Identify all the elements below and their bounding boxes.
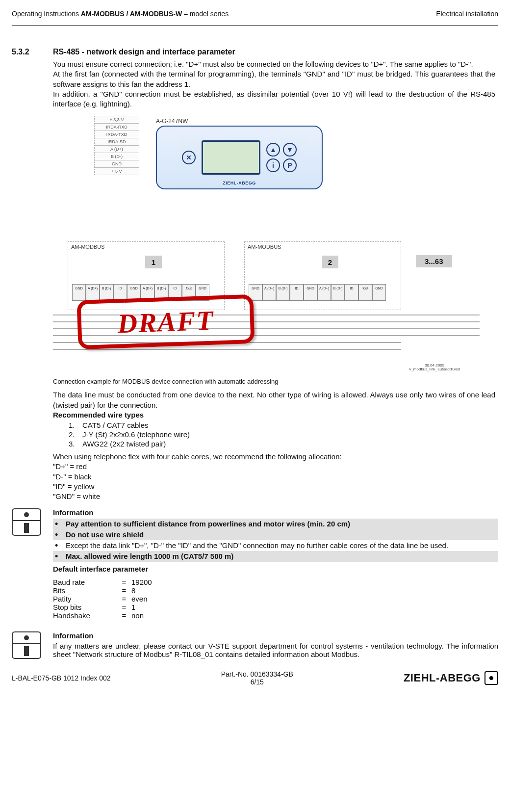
alloc-line: "ID" = yellow <box>53 482 495 492</box>
page-header: Operating Instructions AM-MODBUS / AM-MO… <box>12 10 498 18</box>
wiring-text: The data line must be conducted from one… <box>53 390 495 420</box>
allocation-intro: When using telephone flex with four cabl… <box>53 452 495 462</box>
section-title: RS-485 - network design and interface pa… <box>53 48 235 56</box>
terminal-row: GND <box>95 160 139 168</box>
info-bullet: •Max. allowed wire length 1000 m (CAT5/7… <box>53 551 498 562</box>
footer-left: L-BAL-E075-GB 1012 Index 002 <box>12 674 111 682</box>
intro-p1: You must ensure correct connection; i.e.… <box>53 59 495 69</box>
info-bullets: •Pay attention to sufficient distance fr… <box>53 519 498 562</box>
header-rule <box>12 26 498 26</box>
alloc-line: "D-" = black <box>53 472 495 482</box>
recommended-wire-heading: Recommended wire types <box>53 410 495 420</box>
header-right: Electrical installation <box>436 10 498 18</box>
header-left: Operating Instructions AM-MODBUS / AM-MO… <box>12 10 229 18</box>
brand-logo-icon <box>484 671 498 685</box>
programmer-terminal-block: + 3,3 V IRDA-RXD IRDA-TXD IRDA-SD A (D+)… <box>94 116 139 175</box>
modbus-title: AM-MODBUS <box>68 242 224 252</box>
figure-caption: Connection example for MODBUS device con… <box>53 378 498 385</box>
device-brand: ZIEHL-ABEGG <box>157 181 322 185</box>
allocation-text: When using telephone flex with four cabl… <box>53 452 495 501</box>
section-heading: 5.3.2 RS-485 - network design and interf… <box>12 48 498 56</box>
figure-model-label: A-G-247NW <box>156 118 188 125</box>
address-range-badge: 3...63 <box>416 255 452 267</box>
page-footer: L-BAL-E075-GB 1012 Index 002 Part.-No. 0… <box>0 668 510 692</box>
device-key-prog: P <box>283 158 297 172</box>
terminal-row: + 5 V <box>95 168 139 175</box>
footer-brand: ZIEHL-ABEGG <box>404 671 498 685</box>
list-item: 3.AWG22 (2x2 twisted pair) <box>69 440 498 448</box>
wire-type-list: 1.CAT5 / CAT7 cables 2.J-Y (St) 2x2x0.6 … <box>69 421 498 448</box>
info-box-1: Information •Pay attention to sufficient… <box>12 508 498 620</box>
device-key-up: ▲ <box>266 143 280 157</box>
address-badge-1: 1 <box>145 256 162 268</box>
intro-p2: At the first fan (connected with the ter… <box>53 69 495 89</box>
terminal-row: IRDA-RXD <box>95 124 139 131</box>
modbus-module-2: AM-MODBUS 2 GND A (D+) B (D-) ID GND A (… <box>244 241 401 310</box>
handheld-device: ✕ ▲ ▼ i P ZIEHL-ABEGG <box>156 126 323 189</box>
list-item: 1.CAT5 / CAT7 cables <box>69 421 498 429</box>
intro-text: You must ensure correct connection; i.e.… <box>53 59 495 109</box>
header-left-model: AM-MODBUS / AM-MODBUS-W <box>81 10 182 18</box>
figure-metadata: 30.04.2009 v_modbus_link_autoaddr.vsd <box>409 364 460 372</box>
section-number: 5.3.2 <box>12 48 53 56</box>
header-left-suffix: – model series <box>182 10 229 18</box>
draft-stamp: DRAFT <box>76 294 255 350</box>
terminal-row: IRDA-SD <box>95 138 139 146</box>
info-box-2: Information If any matters are unclear, … <box>12 631 498 659</box>
info-bullet: •Pay attention to sufficient distance fr… <box>53 519 498 529</box>
draft-text: DRAFT <box>117 305 215 340</box>
terminal-row: B (D-) <box>95 153 139 160</box>
intro-p3: In addition, a "GND" connection must be … <box>53 89 495 109</box>
info-icon <box>12 631 41 659</box>
alloc-line: "D+" = red <box>53 462 495 471</box>
footer-center: Part.-No. 00163334-GB 6/15 <box>221 670 293 686</box>
alloc-line: "GND" = white <box>53 492 495 501</box>
info-icon <box>12 508 41 536</box>
device-key-info: i <box>266 158 280 172</box>
info2-body: If any matters are unclear, please conta… <box>53 642 498 658</box>
terminal-row: A (D+) <box>95 146 139 153</box>
device-lcd <box>202 140 260 175</box>
terminal-row: IRDA-TXD <box>95 131 139 138</box>
device-key-down: ▼ <box>283 143 297 157</box>
info-bullet: •Except the data link "D+", "D-" the "ID… <box>53 540 498 551</box>
terminal-row: + 3,3 V <box>95 116 139 124</box>
header-left-prefix: Operating Instructions <box>12 10 81 18</box>
info-title: Information <box>53 631 498 640</box>
interface-parameters: Baud rate=19200 Bits=8 Patity=even Stop … <box>53 578 498 620</box>
address-badge-2: 2 <box>322 256 338 268</box>
device-key-esc: ✕ <box>182 151 196 164</box>
brand-text: ZIEHL-ABEGG <box>404 672 481 684</box>
info-title: Information <box>53 508 498 517</box>
info-bullet: •Do not use wire shield <box>53 529 498 540</box>
terminal-strip: GND A (D+) B (D-) ID GND A (D+) B (D-) I… <box>249 284 386 301</box>
wiring-figure: A-G-247NW + 3,3 V IRDA-RXD IRDA-TXD IRDA… <box>53 114 480 374</box>
modbus-title: AM-MODBUS <box>245 242 401 252</box>
wiring-p1: The data line must be conducted from one… <box>53 390 495 410</box>
list-item: 2.J-Y (St) 2x2x0.6 (telephone wire) <box>69 430 498 439</box>
default-params-heading: Default interface parameter <box>53 565 498 573</box>
